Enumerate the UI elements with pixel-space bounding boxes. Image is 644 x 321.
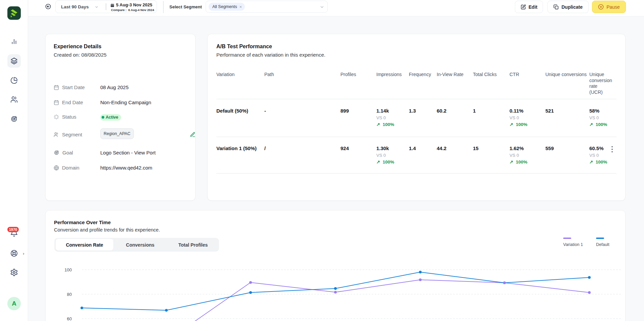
- svg-text:80: 80: [67, 292, 72, 297]
- svg-text:100: 100: [64, 267, 72, 272]
- svg-text:60: 60: [67, 316, 72, 321]
